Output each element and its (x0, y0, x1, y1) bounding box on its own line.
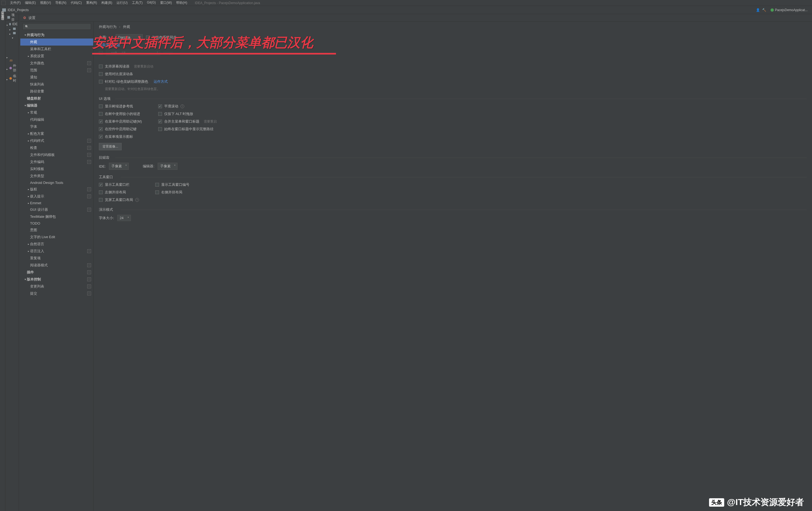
settings-tree-item[interactable]: 重复项 (20, 255, 93, 262)
hammer-icon[interactable]: 🔨 (762, 8, 766, 12)
settings-tree-item[interactable]: 变更列表□ (20, 283, 93, 290)
settings-tree-item[interactable]: 代码编辑 (20, 116, 93, 123)
settings-tree-item[interactable]: GUI 设计器□ (20, 206, 93, 213)
wide-layout-checkbox[interactable]: 宽屏工具窗口布局? (99, 197, 139, 202)
settings-tree[interactable]: 外观与行为外观菜单和工具栏系统设置文件颜色□范围□通知快速列表路径变量键盘映射编… (20, 31, 93, 511)
menu-item[interactable]: 重构(R) (84, 0, 99, 6)
left-layout-checkbox[interactable]: 左侧并排布局 (99, 190, 139, 195)
breadcrumb: 外观与行为 › 外观 (99, 22, 807, 32)
settings-tree-item[interactable]: 自然语言 (20, 241, 93, 248)
settings-tree-item[interactable]: 快速列表 (20, 81, 93, 88)
presentation-font-size[interactable]: 24 (117, 215, 131, 221)
tool-gutter-button[interactable]: 结构 (0, 22, 5, 24)
mnemonics-menu-checkbox[interactable]: 在菜单中启用助记键(M) (99, 119, 142, 124)
settings-tree-item[interactable]: 语言注入□ (20, 248, 93, 255)
settings-tree-item[interactable]: 实时模板 (20, 165, 93, 172)
search-input[interactable] (30, 25, 89, 28)
tree-node[interactable] (5, 55, 19, 58)
settings-tree-item[interactable]: Emmet (20, 200, 93, 206)
info-icon[interactable]: ? (135, 198, 139, 202)
settings-tree-item[interactable]: Android Design Tools (20, 180, 93, 186)
tree-node[interactable]: ⬢临时 (5, 73, 19, 84)
full-path-checkbox[interactable]: 始终在窗口标题中显示完整路径 (158, 127, 217, 132)
settings-tree-item[interactable]: 外观 (20, 38, 93, 46)
run-config-selector[interactable]: PacejsDemoApplicat... (768, 8, 810, 12)
tree-node[interactable] (5, 27, 19, 31)
project-badge-icon: □ (87, 277, 91, 281)
settings-tree-item[interactable]: TextMate 捆绑包 (20, 213, 93, 220)
editor-aa-select[interactable]: 子像素 (158, 163, 177, 170)
settings-tree-item[interactable]: 版本控制□ (20, 276, 93, 283)
settings-tree-item[interactable]: 字体 (20, 123, 93, 130)
mnemonics-controls-checkbox[interactable]: 在控件中启用助记键 (99, 127, 142, 132)
alt-drag-checkbox[interactable]: 仅按下 ALT 时拖放 (158, 111, 217, 116)
settings-tree-item[interactable]: 文件类型 (20, 172, 93, 180)
settings-tree-item[interactable]: 范围□ (20, 67, 93, 74)
user-icon[interactable]: 👤 (756, 8, 760, 12)
settings-tree-item[interactable]: 提交□ (20, 290, 93, 297)
menu-item[interactable]: 视图(V) (38, 0, 53, 6)
settings-tree-item[interactable]: 意图 (20, 226, 93, 234)
settings-tree-item[interactable]: 阅读器模式□ (20, 262, 93, 269)
settings-tree-item[interactable]: 菜单和工具栏 (20, 46, 93, 53)
settings-tree-item[interactable]: 系统设置 (20, 53, 93, 60)
right-layout-checkbox[interactable]: 右侧并排布局 (155, 190, 190, 195)
tree-guides-checkbox[interactable]: 显示树缩进参考线 (99, 104, 142, 109)
merge-menu-checkbox[interactable]: 合并主菜单和窗口标题需要重启 (158, 119, 217, 124)
colorblind-checkbox[interactable]: 针对红-绿色觉缺陷调整颜色 运作方式 (99, 79, 807, 84)
menu-item[interactable]: 编辑(E) (23, 0, 38, 6)
menu-item[interactable]: 窗口(W) (158, 0, 174, 6)
settings-tree-item[interactable]: 版权□ (20, 186, 93, 193)
menu-item[interactable]: 构建(B) (99, 0, 114, 6)
bg-image-button[interactable]: 背景图像... (99, 143, 122, 150)
settings-search[interactable] (23, 23, 91, 30)
show-numbers-checkbox[interactable]: 显示工具窗口编号 (155, 182, 190, 187)
settings-tree-item[interactable]: 代码样式□ (20, 137, 93, 144)
settings-tree-item[interactable]: 常规 (20, 109, 93, 116)
how-link[interactable]: 运作方式 (154, 79, 168, 84)
ide-aa-select[interactable]: 子像素 (109, 163, 129, 170)
tree-node[interactable]: IDE (5, 22, 19, 27)
project-panel-header[interactable]: 项目 (5, 14, 19, 21)
menu-icons-checkbox[interactable]: 在菜单项显示图标 (99, 134, 142, 139)
tool-gutter-button[interactable]: 提交 (0, 17, 5, 20)
settings-tree-item[interactable]: 文件颜色□ (20, 60, 93, 67)
project-badge-icon: □ (87, 285, 91, 288)
main-toolbar: IDEA_Projects 👤 🔨 PacejsDemoApplicat... (0, 6, 812, 14)
menu-item[interactable]: 文件(F) (8, 0, 23, 6)
settings-tree-item[interactable]: 文字的 Live Edit (20, 234, 93, 241)
settings-tree-item[interactable]: 文件和代码模板□ (20, 151, 93, 158)
settings-tree-item[interactable]: 键盘映射 (20, 95, 93, 102)
project-badge-icon: □ (87, 69, 91, 72)
small-indent-checkbox[interactable]: 在树中使用较小的缩进 (99, 111, 142, 116)
menu-item[interactable]: Git(G) (145, 0, 158, 6)
watermark: 头条 @IT技术资源爱好者 (709, 496, 804, 508)
settings-tree-item[interactable]: 文件编码□ (20, 158, 93, 165)
settings-tree-item[interactable]: 嵌入提示□ (20, 193, 93, 200)
show-bars-checkbox[interactable]: 显示工具窗口栏 (99, 182, 139, 187)
menu-item[interactable]: 代码(C) (68, 0, 84, 6)
settings-tree-item[interactable]: 编辑器 (20, 102, 93, 109)
settings-tree-item[interactable]: 路径变量 (20, 88, 93, 95)
settings-tree-item[interactable]: 外观与行为 (20, 31, 93, 38)
tool-gutter-button[interactable]: 拉取请求 (0, 20, 5, 22)
smooth-scroll-checkbox[interactable]: 平滑滚动? (158, 104, 217, 109)
tree-node[interactable] (5, 35, 19, 38)
info-icon[interactable]: ? (180, 104, 184, 108)
screen-reader-checkbox[interactable]: 支持屏幕阅读器 需要重新启动 (99, 64, 807, 69)
settings-tree-item[interactable]: 配色方案 (20, 130, 93, 137)
settings-tree-item[interactable]: 通知 (20, 74, 93, 81)
contrast-scroll-checkbox[interactable]: 使用对比度滚动条 (99, 72, 807, 77)
dialog-title: 设置 (28, 16, 35, 20)
menu-item[interactable]: 运行(U) (114, 0, 130, 6)
menu-item[interactable]: 工具(T) (130, 0, 145, 6)
menu-item[interactable]: 帮助(H) (174, 0, 190, 6)
menu-item[interactable]: 导航(N) (53, 0, 68, 6)
tool-gutter-button[interactable]: 项目 (0, 15, 5, 17)
settings-tree-item[interactable]: 检查□ (20, 144, 93, 151)
tree-node[interactable]: ⬢外部 (5, 63, 19, 73)
tree-node[interactable] (5, 31, 19, 35)
project-name[interactable]: IDEA_Projects (7, 8, 29, 12)
settings-tree-item[interactable]: TODO (20, 220, 93, 226)
settings-tree-item[interactable]: 插件□ (20, 269, 93, 276)
